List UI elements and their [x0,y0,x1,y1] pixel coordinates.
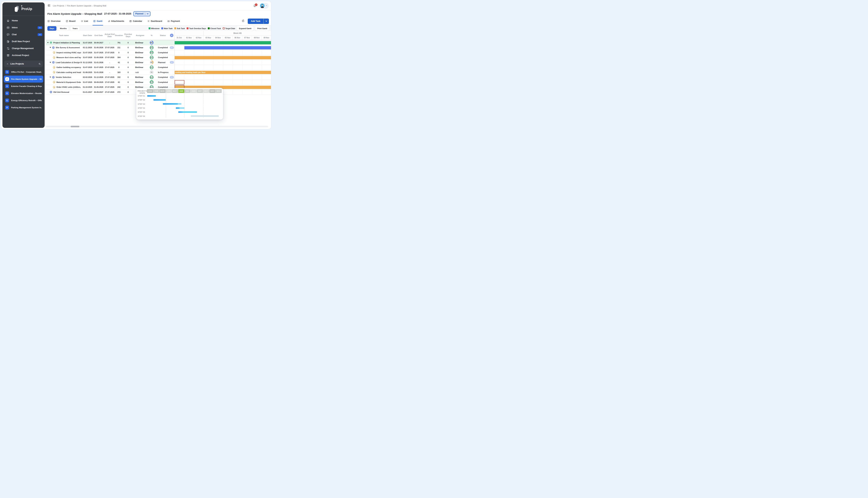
task-name[interactable]: Site Survey & Assessment [56,47,80,49]
sub-bar[interactable]: cooling and heating loads per floor [175,71,271,74]
refresh-button[interactable] [242,19,245,23]
project-status-select[interactable]: Planned [133,11,151,16]
project-name: Elevator Modernization – Reside... [11,92,42,94]
caret-down-icon[interactable] [47,42,49,43]
task-name[interactable]: Material & Equipment Orde [56,81,81,83]
task-name[interactable]: Calculate cooling and heati [56,71,81,74]
sidebar-item-draft-new-project[interactable]: Draft New Project [2,38,44,45]
popup-step-track [147,114,222,118]
add-subtask-button[interactable]: + [170,76,174,79]
sidebar-project-exterior-facade-cleaning-repa[interactable]: EExterior Facade Cleaning & Repa... [4,83,43,90]
task-name[interactable]: Measure duct sizes and lay [56,56,81,58]
logo-text: ProUp [21,7,32,11]
user-menu[interactable] [260,3,269,9]
task-name-cell: Material & Equipment Orde [46,80,82,84]
horizontal-scrollbar[interactable] [46,126,268,127]
sidebar-collapse-icon[interactable] [47,4,51,8]
tabs: OverviewBoardListGanttAttachmentsCalenda… [44,17,180,25]
project-steps-popup: PROJECT'S STEPS JANFEBMARAPRMAYJUNJULAUG… [136,88,223,119]
tab-dashboard[interactable]: Dashboard [148,17,162,25]
task-name[interactable]: Project Initiation & Planning [53,42,80,44]
sidebar-item-change-management[interactable]: Change Management [2,45,44,52]
caret-down-icon[interactable] [50,62,51,63]
tab-payment[interactable]: Payment [167,17,180,25]
popup-step-track [147,110,222,114]
caret-down-icon[interactable] [50,47,51,48]
task-name[interactable]: Order HVAC units (chillers, [56,86,81,88]
task-name[interactable]: Old Unit Removal [53,91,69,93]
notifications-button[interactable]: 0 [253,4,257,8]
percent-cell: 100% [147,75,156,80]
sidebar-project-energy-efficiency-retrofit-offic[interactable]: EEnergy Efficiency Retrofit – Offic... [4,97,43,104]
row-plus-cell: + [169,75,175,80]
sidebar-item-inbox[interactable]: Inbox0 [2,24,44,31]
legend-label: Sub Task [177,27,185,29]
task-cell: 61 [115,80,123,84]
sidebar-project-parking-management-system-in[interactable]: PParking Management System In... [4,104,43,111]
scrollbar-thumb[interactable] [71,126,79,127]
popup-step-segment [191,115,219,117]
sidebar-project-elevator-modernization-reside[interactable]: EElevator Modernization – Reside... [4,90,43,97]
task-name[interactable]: Vendor Selection [56,76,71,78]
row-plus-cell: + [169,45,175,50]
task-cell: 0 [123,40,133,45]
add-subtask-button[interactable]: + [170,46,174,49]
add-task-button[interactable]: Add Task [248,18,264,24]
popup-step-step-01: STEP 01 [136,94,223,98]
popup-step-segment [163,103,178,105]
row-plus-cell [169,70,175,75]
popup-step-segment [178,103,182,105]
caret-down-icon[interactable] [50,77,51,78]
task-cell: 242 [115,85,123,90]
milestone-bar[interactable] [175,41,271,44]
sidebar-project-fire-alarm-system-upgrade-sh[interactable]: FFire Alarm System Upgrade – Sh... [4,76,43,82]
title-row: Fire Alarm System Upgrade – Shopping Mal… [44,10,271,17]
scale-button-months[interactable]: Months [58,26,69,31]
sidebar-section-live-projects[interactable]: Live Projects [4,61,43,67]
main-bar[interactable] [184,46,271,50]
progress-ring-value: 88% [150,41,153,44]
print-gantt-button[interactable]: Print Gantt [255,26,269,31]
tab-attachments[interactable]: Attachments [107,17,124,25]
breadcrumb-live-projects[interactable]: Live Projects [53,5,64,7]
assignee-cell: BinOmar [133,55,147,60]
add-column-button[interactable]: + [170,34,174,37]
task-row-table: Gather building occupancy31-07-202531-07… [46,65,175,70]
add-subtask-button[interactable]: + [170,61,174,64]
calendar-icon [129,20,132,22]
tab-list[interactable]: List [81,17,88,25]
sub-bar[interactable] [175,56,271,59]
legend-swatch [223,27,225,29]
task-name[interactable]: Gather building occupancy [56,66,81,68]
tab-calendar[interactable]: Calendar [129,17,142,25]
chevron-down-icon [266,4,268,7]
task-name[interactable]: Load Calculation & Design Re [56,62,82,64]
scale-button-years[interactable]: Years [70,26,80,31]
tab-board[interactable]: Board [66,17,76,25]
sidebar-item-home[interactable]: Home [2,17,44,24]
task-cell: 0 [115,65,123,70]
avatar [260,3,265,8]
scale-button-days[interactable]: Days [47,26,56,31]
tab-gantt[interactable]: Gantt [93,17,102,25]
popup-step-step-06: STEP 06 [136,114,223,118]
tab-overview[interactable]: Overview [47,17,61,25]
assignee-cell: BinOmar [133,65,147,70]
progress-ring: 88% [150,41,153,44]
task-cell: 791 [115,40,123,45]
task-cell: 01-01-2027 [82,90,93,94]
sidebar-item-badge: 0 [38,33,42,36]
row-plus-cell [169,50,175,55]
assignee-cell: BinOmar [133,80,147,84]
sidebar-project-office-fit-out-corporate-head[interactable]: OOffice Fit-Out – Corporate Head... [4,68,43,76]
task-row-table: Vendor Selection02-02-202631-12-202627-0… [46,75,175,80]
sidebar-item-archived-project[interactable]: Archived Project [2,52,44,59]
sidebar-item-chat[interactable]: Chat0 [2,31,44,38]
expand-gantt-button[interactable]: Expand Gantt [237,26,254,31]
gantt-day-08-nov: 08 Nov [252,36,261,40]
target-date-box[interactable] [175,80,184,84]
search-icon[interactable] [38,63,41,65]
task-name[interactable]: Inspect existing HVAC equi [56,52,81,54]
task-row-table: Site Survey & Assessment01-11-202531-05-… [46,45,175,50]
add-task-dropdown-button[interactable] [264,18,269,24]
